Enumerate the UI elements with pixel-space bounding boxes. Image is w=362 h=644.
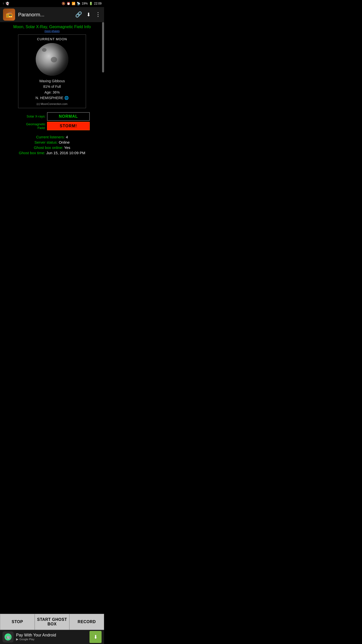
status-indicators: Solar X-rays: NORMAL Geomagnetic Field: … — [14, 112, 90, 131]
moon-full-percent: 81% of Full — [35, 84, 68, 89]
app-title: Paranorm... — [18, 12, 72, 18]
server-status-value: Online — [59, 140, 70, 144]
ghost-box-time-label: Ghost box time: — [19, 151, 46, 155]
toolbar: 📻 Paranorm... 🔗 ⬇ ⋮ — [0, 7, 104, 22]
moon-card: CURRENT MOON Waxing Gibbous 81% of Full … — [18, 34, 86, 108]
info-section: Current listeners: 4 Server status: Onli… — [0, 135, 104, 155]
geomagnetic-status: STORM! — [47, 122, 90, 130]
ghost-box-time-row: Ghost box time: Jun 15, 2016 10:09 PM — [19, 151, 85, 155]
download-button[interactable]: ⬇ — [86, 12, 91, 18]
solar-xrays-label: Solar X-rays: — [14, 114, 47, 118]
time-display: 22:09 — [94, 2, 102, 5]
solar-xrays-row: Solar X-rays: NORMAL — [14, 112, 90, 121]
signal-icon: 📡 — [77, 2, 80, 5]
geomagnetic-label: Geomagnetic Field: — [14, 122, 47, 130]
server-status-row: Server status: Online — [34, 140, 70, 144]
mute-icon: 🔕 — [62, 2, 65, 5]
app-icon: 📻 — [3, 9, 15, 21]
listeners-row: Current listeners: 4 — [36, 135, 68, 139]
wifi-icon: 📶 — [72, 2, 75, 5]
moon-credit: (c) MoonConnection.com — [37, 102, 68, 105]
ghost-icon: 👻 — [6, 2, 9, 5]
ghost-box-online-label: Ghost box online: — [34, 145, 64, 150]
ghost-box-online-value: Yes — [64, 145, 70, 150]
moon-card-title: CURRENT MOON — [37, 37, 67, 41]
battery-percent: 19% — [82, 2, 88, 5]
ghost-box-online-row: Ghost box online: Yes — [34, 145, 70, 150]
main-content: Moon, Solar X-Ray, Geomagnetic Field Inf… — [0, 22, 104, 160]
moon-info: Waxing Gibbous 81% of Full Age: 36% N. H… — [35, 78, 68, 101]
solar-xrays-status: NORMAL — [47, 112, 90, 121]
hemisphere-icon: 🌐 — [64, 95, 69, 101]
upload-icon: ↑ — [3, 2, 4, 5]
scrollbar[interactable] — [102, 22, 104, 72]
moon-phase: Waxing Gibbous — [35, 78, 68, 84]
alarm-icon: ⏰ — [67, 2, 70, 5]
more-menu-button[interactable]: ⋮ — [95, 11, 101, 18]
listeners-label: Current listeners: — [36, 135, 66, 139]
battery-icon: 🔋 — [89, 2, 93, 5]
moon-hemisphere: N. HEMISPHERE 🌐 — [35, 95, 68, 101]
moon-image — [36, 43, 68, 76]
ghost-box-time-value: Jun 15, 2016 10:09 PM — [46, 151, 85, 155]
server-status-label: Server status: — [34, 140, 59, 144]
toolbar-actions: 🔗 ⬇ ⋮ — [75, 11, 101, 18]
status-bar-left: ↑ 👻 — [3, 2, 60, 5]
moon-phases-link[interactable]: moon phases — [44, 30, 60, 32]
geomagnetic-row: Geomagnetic Field: STORM! — [14, 122, 90, 130]
status-bar: ↑ 👻 🔕 ⏰ 📶 📡 19% 🔋 22:09 — [0, 0, 104, 7]
section-title: Moon, Solar X-Ray, Geomagnetic Field Inf… — [13, 25, 91, 29]
status-icons: 🔕 ⏰ 📶 📡 19% 🔋 22:09 — [62, 2, 102, 5]
radio-icon: 📻 — [6, 11, 13, 18]
listeners-value: 4 — [66, 135, 68, 139]
moon-age: Age: 36% — [35, 90, 68, 95]
share-button[interactable]: 🔗 — [75, 11, 82, 18]
